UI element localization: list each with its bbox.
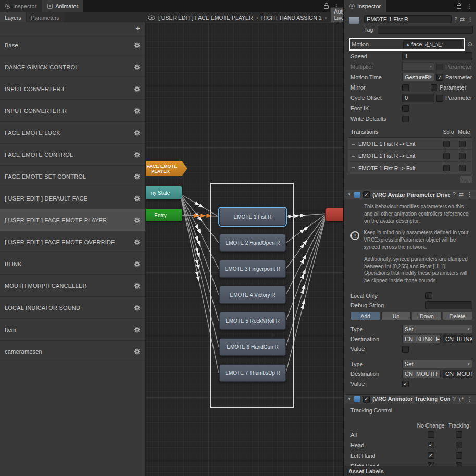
layer-row[interactable]: Base — [0, 34, 145, 56]
write-defaults-checkbox[interactable] — [402, 116, 409, 122]
layer-row[interactable]: [ USER EDIT ] FACE EMOTE OVERRIDE — [0, 231, 145, 253]
animator-graph-canvas[interactable]: ] FACE EMOTE PLAYER ny State Entry EMOTE… — [146, 22, 343, 476]
gear-icon[interactable] — [134, 239, 141, 245]
motion-field[interactable]: ▲ face_むむむ — [403, 40, 462, 48]
motion-time-dropdown[interactable]: GestureRi — [402, 73, 434, 81]
breadcrumb-segment[interactable]: RIGHT HAND ASSIGN 1 — [261, 15, 322, 21]
help-icon[interactable]: ? — [453, 396, 456, 403]
multiplier-dropdown[interactable] — [402, 62, 434, 71]
gear-icon[interactable] — [134, 326, 141, 333]
state-name-field[interactable]: EMOTE 1 Fist R — [364, 15, 452, 23]
destination-field[interactable]: CN_MOUTH_M — [443, 370, 472, 378]
gear-icon[interactable] — [134, 348, 141, 355]
no-change-checkbox[interactable] — [428, 442, 434, 448]
layer-row[interactable]: FACE EMOTE CONTROL — [0, 144, 145, 166]
drag-handle-icon[interactable]: = — [352, 141, 358, 147]
drag-handle-icon[interactable]: = — [352, 153, 358, 159]
breadcrumb-segment[interactable]: [ USER EDIT ] FACE EMOTE PLAYER — [158, 15, 253, 21]
gear-icon[interactable] — [134, 173, 141, 180]
gear-icon[interactable] — [134, 260, 141, 267]
layer-row[interactable]: FACE EMOTE LOCK — [0, 122, 145, 144]
state-node[interactable]: EMOTE 3 Fingerpoint R — [219, 260, 286, 278]
layer-row[interactable]: INPUT CONVERTER L — [0, 78, 145, 100]
gear-icon[interactable] — [134, 107, 141, 114]
destination-dropdown[interactable]: CN_BLINK_E — [402, 335, 441, 343]
state-node[interactable]: EMOTE 1 Fist R — [219, 208, 286, 226]
gear-icon[interactable] — [134, 151, 141, 158]
no-change-checkbox[interactable] — [428, 452, 434, 459]
foot-ik-checkbox[interactable] — [402, 105, 409, 112]
asset-labels-bar[interactable]: Asset Labels — [344, 466, 476, 476]
tracking-checkbox[interactable] — [456, 431, 462, 438]
motion-time-parameter-checkbox[interactable] — [436, 74, 443, 81]
window-menu-icon[interactable]: ⋮ — [466, 3, 472, 10]
transition-row[interactable]: = EMOTE 1 Fist R -> Exit — [348, 150, 472, 162]
presets-icon[interactable]: ⇄ — [460, 16, 465, 23]
exit-state-node[interactable] — [325, 208, 343, 221]
layer-row[interactable]: cameramesen — [0, 341, 145, 362]
no-change-checkbox[interactable] — [428, 431, 434, 438]
layer-row[interactable]: DANCE GIMICK CONTROL — [0, 56, 145, 78]
layer-row[interactable]: Item — [0, 319, 145, 341]
solo-checkbox[interactable] — [443, 153, 450, 159]
tracking-control-header[interactable]: ▼ (VRC Animator Tracking Contr ? ⇄ ⋮ — [344, 394, 476, 404]
destination-dropdown[interactable]: CN_MOUTH — [402, 370, 441, 378]
tab-inspector[interactable]: Inspector — [344, 0, 386, 12]
object-picker-icon[interactable]: ⊙ — [467, 41, 472, 48]
parameter-driver-header[interactable]: ▼ (VRC Avatar Parameter Driver ? ⇄ ⋮ — [344, 190, 476, 199]
lock-icon[interactable] — [324, 5, 329, 9]
gear-icon[interactable] — [134, 195, 141, 202]
tab-parameters[interactable]: Parameters — [27, 12, 64, 22]
state-node[interactable]: EMOTE 2 HandOpen R — [219, 234, 286, 252]
help-icon[interactable]: ? — [453, 191, 456, 198]
mirror-checkbox[interactable] — [402, 84, 409, 91]
context-menu-icon[interactable]: ⋮ — [467, 16, 473, 23]
cycle-offset-field[interactable]: 0 — [402, 94, 434, 102]
type-dropdown[interactable]: Set — [402, 325, 472, 333]
multiplier-parameter-checkbox[interactable] — [436, 64, 443, 70]
tab-layers[interactable]: Layers — [0, 12, 26, 22]
layer-row[interactable]: [ USER EDIT ] FACE EMOTE PLAYER — [0, 209, 145, 231]
state-node[interactable]: EMOTE 4 Victory R — [219, 286, 286, 304]
state-node[interactable]: EMOTE 7 ThumbsUp R — [219, 364, 286, 382]
layer-row[interactable]: BLINK — [0, 253, 145, 275]
tracking-checkbox[interactable] — [456, 452, 462, 459]
gear-icon[interactable] — [134, 42, 141, 48]
destination-field[interactable]: CN_BLINK_EN — [443, 335, 472, 343]
mute-checkbox[interactable] — [459, 165, 466, 171]
type-dropdown[interactable]: Set — [402, 360, 472, 368]
value-checkbox[interactable] — [402, 381, 409, 387]
value-checkbox[interactable] — [402, 346, 409, 353]
local-only-checkbox[interactable] — [425, 292, 432, 299]
transition-row[interactable]: = EMOTE 1 Fist R -> Exit — [348, 162, 472, 174]
solo-checkbox[interactable] — [443, 165, 450, 171]
action-button[interactable]: Add — [350, 312, 380, 320]
tracking-checkbox[interactable] — [456, 442, 462, 448]
tab-animator[interactable]: Animator — [42, 0, 83, 12]
gear-icon[interactable] — [134, 85, 141, 92]
help-icon[interactable]: ? — [454, 16, 457, 22]
add-layer-button[interactable]: + — [135, 23, 140, 32]
state-node[interactable]: EMOTE 5 RockNRoll R — [219, 312, 286, 330]
component-enabled-checkbox[interactable] — [363, 191, 370, 198]
speed-field[interactable]: 1 — [402, 52, 472, 60]
tag-field[interactable] — [378, 26, 473, 34]
action-button[interactable]: Delete — [443, 312, 472, 320]
gear-icon[interactable] — [134, 304, 141, 311]
gear-icon[interactable] — [134, 217, 141, 223]
context-menu-icon[interactable]: ⋮ — [467, 191, 472, 198]
remove-transition-button[interactable]: − — [460, 176, 472, 183]
cycle-offset-parameter-checkbox[interactable] — [436, 95, 443, 102]
layer-row[interactable]: LOCAL INDICATOR SOUND — [0, 297, 145, 319]
presets-icon[interactable]: ⇄ — [459, 396, 464, 403]
transition-row[interactable]: = EMOTE 1 Fist R -> Exit — [348, 138, 472, 150]
gear-icon[interactable] — [134, 129, 141, 136]
solo-checkbox[interactable] — [443, 141, 450, 147]
gear-icon[interactable] — [134, 282, 141, 289]
layer-row[interactable]: MOUTH MORPH CANCELLER — [0, 275, 145, 297]
action-button[interactable]: Up — [381, 312, 411, 320]
foldout-icon[interactable]: ▼ — [347, 397, 352, 402]
context-menu-icon[interactable]: ⋮ — [467, 396, 472, 403]
drag-handle-icon[interactable]: = — [352, 165, 358, 171]
debug-string-field[interactable] — [425, 301, 472, 309]
